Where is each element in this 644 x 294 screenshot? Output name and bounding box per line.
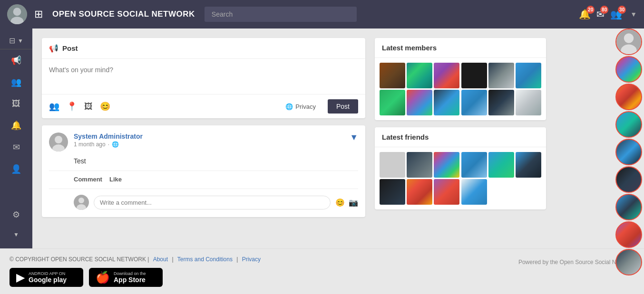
friend-thumb-9[interactable] — [434, 179, 459, 205]
photo-icon[interactable]: 🖼 — [84, 102, 93, 112]
comment-icons: 😊 📷 — [335, 198, 358, 207]
store-buttons: ▶ ANDROID APP ON Google play 🍎 Download … — [10, 268, 634, 287]
footer-copyright: © COPYRIGHT OPEN SOURCE SOCIAL NETWORK — [10, 256, 146, 263]
like-button[interactable]: Like — [109, 176, 122, 183]
megaphone-icon: 📢 — [49, 44, 59, 53]
post-author-name[interactable]: System Administrator — [74, 133, 143, 140]
feed-item-header: System Administrator 1 month ago · 🌐 ▼ — [49, 133, 358, 152]
comment-emoji-icon[interactable]: 😊 — [335, 198, 345, 207]
post-box-header: 📢 Post — [42, 38, 365, 59]
sidebar-item-notifications[interactable]: 🔔 — [0, 114, 32, 136]
post-options-dropdown[interactable]: ▼ — [350, 133, 358, 142]
comment-area: 😊 📷 — [49, 189, 358, 210]
member-thumb-8[interactable] — [407, 90, 432, 115]
post-meta: 1 month ago · 🌐 — [74, 141, 143, 148]
tag-people-icon[interactable]: 👥 — [49, 101, 59, 112]
nav-dropdown-arrow[interactable]: ▼ — [630, 10, 637, 18]
messages-badge: 80 — [600, 6, 608, 14]
far-avatar-2[interactable] — [615, 56, 642, 83]
google-play-button[interactable]: ▶ ANDROID APP ON Google play — [10, 268, 83, 287]
post-author-avatar[interactable] — [49, 133, 68, 152]
friend-thumb-3[interactable] — [434, 152, 459, 178]
search-input[interactable] — [205, 7, 357, 22]
friend-thumb-4[interactable] — [461, 152, 487, 178]
member-thumb-12[interactable] — [516, 90, 541, 115]
app-store-text: Download on the App Store — [114, 271, 146, 284]
sidebar-item-feed[interactable]: 📢 — [0, 49, 32, 71]
comment-photo-icon[interactable]: 📷 — [349, 198, 358, 207]
latest-friends-title: Latest friends — [375, 127, 546, 147]
member-thumb-2[interactable] — [407, 63, 432, 88]
emoji-icon[interactable]: 😊 — [100, 101, 110, 112]
comment-input[interactable] — [94, 196, 331, 209]
main-content: 📢 Post 👥 📍 🖼 😊 🌐 Privacy Post — [32, 28, 644, 248]
footer-separator-1: | — [147, 256, 150, 263]
right-sidebar: Latest members Lates — [375, 38, 546, 239]
sidebar-item-photos[interactable]: 🖼 — [0, 93, 32, 114]
notifications-icon[interactable]: 🔔 20 — [579, 9, 591, 20]
sidebar-home-icon[interactable]: ⊟ — [9, 36, 15, 45]
member-thumb-4[interactable] — [461, 63, 487, 88]
friend-thumb-1[interactable] — [380, 152, 405, 178]
far-avatar-6[interactable] — [615, 166, 642, 193]
member-thumb-10[interactable] — [461, 90, 487, 115]
post-time: 1 month ago — [74, 141, 106, 148]
far-avatar-9[interactable] — [615, 249, 642, 275]
google-play-sub: ANDROID APP ON — [29, 271, 67, 276]
sidebar-item-settings[interactable]: ⚙ — [0, 204, 32, 226]
friend-thumb-5[interactable] — [488, 152, 514, 178]
member-thumb-9[interactable] — [434, 90, 459, 115]
member-thumb-3[interactable] — [434, 63, 459, 88]
apple-icon: 🍎 — [96, 271, 110, 284]
latest-members-grid — [375, 58, 546, 120]
app-store-sub: Download on the — [114, 271, 146, 276]
post-textarea[interactable] — [42, 59, 365, 92]
far-avatar-4[interactable] — [615, 111, 642, 138]
far-avatar-1[interactable] — [615, 28, 642, 55]
left-sidebar: ⊟ ▼ 📢 👥 🖼 🔔 ✉ 👤 ⚙ ▼ — [0, 28, 32, 248]
commenter-avatar — [74, 195, 89, 210]
member-thumb-5[interactable] — [488, 63, 514, 88]
footer-privacy-link[interactable]: Privacy — [242, 256, 261, 263]
sidebar-item-messages[interactable]: ✉ — [0, 136, 32, 158]
friend-requests-icon[interactable]: 👥 30 — [610, 9, 622, 20]
member-thumb-1[interactable] — [380, 63, 405, 88]
sidebar-top-arrow[interactable]: ▼ — [18, 38, 23, 44]
friend-thumb-2[interactable] — [407, 152, 432, 178]
grid-menu-icon[interactable]: ⊞ — [34, 8, 43, 20]
svg-point-10 — [624, 33, 634, 43]
footer-about-link[interactable]: About — [153, 256, 168, 263]
latest-members-title: Latest members — [375, 38, 546, 58]
sidebar-item-groups[interactable]: 👥 — [0, 71, 32, 93]
location-icon[interactable]: 📍 — [67, 101, 77, 112]
latest-members-widget: Latest members — [375, 38, 546, 120]
far-avatar-7[interactable] — [615, 194, 642, 220]
messages-icon[interactable]: ✉ 80 — [596, 9, 605, 20]
privacy-selector[interactable]: 🌐 Privacy — [285, 103, 316, 110]
friend-thumb-7[interactable] — [380, 179, 405, 205]
member-thumb-7[interactable] — [380, 90, 405, 115]
sidebar-settings-arrow[interactable]: ▼ — [0, 226, 32, 244]
sidebar-item-friends[interactable]: 👤 — [0, 158, 32, 180]
latest-friends-grid — [375, 147, 546, 209]
member-thumb-6[interactable] — [516, 63, 541, 88]
separator-dot: · — [108, 141, 109, 148]
post-footer: Comment Like — [49, 171, 358, 183]
comment-button[interactable]: Comment — [74, 176, 102, 183]
post-button[interactable]: Post — [328, 99, 358, 114]
friend-requests-badge: 30 — [618, 6, 626, 14]
far-avatar-3[interactable] — [615, 84, 642, 110]
member-thumb-11[interactable] — [488, 90, 514, 115]
friend-thumb-8[interactable] — [407, 179, 432, 205]
friend-thumb-6[interactable] — [516, 152, 541, 178]
post-content: Test — [49, 157, 358, 165]
google-play-name: Google play — [29, 276, 67, 284]
footer: © COPYRIGHT OPEN SOURCE SOCIAL NETWORK |… — [0, 248, 644, 294]
friend-thumb-10[interactable] — [461, 179, 487, 205]
top-navbar: ⊞ OPEN SOURCE SOCIAL NETWORK 🔔 20 ✉ 80 👥… — [0, 0, 644, 28]
footer-terms-link[interactable]: Terms and Conditions — [177, 256, 233, 263]
far-avatar-5[interactable] — [615, 139, 642, 165]
app-store-button[interactable]: 🍎 Download on the App Store — [89, 268, 163, 287]
far-avatar-8[interactable] — [615, 221, 642, 248]
user-avatar[interactable] — [7, 4, 27, 24]
